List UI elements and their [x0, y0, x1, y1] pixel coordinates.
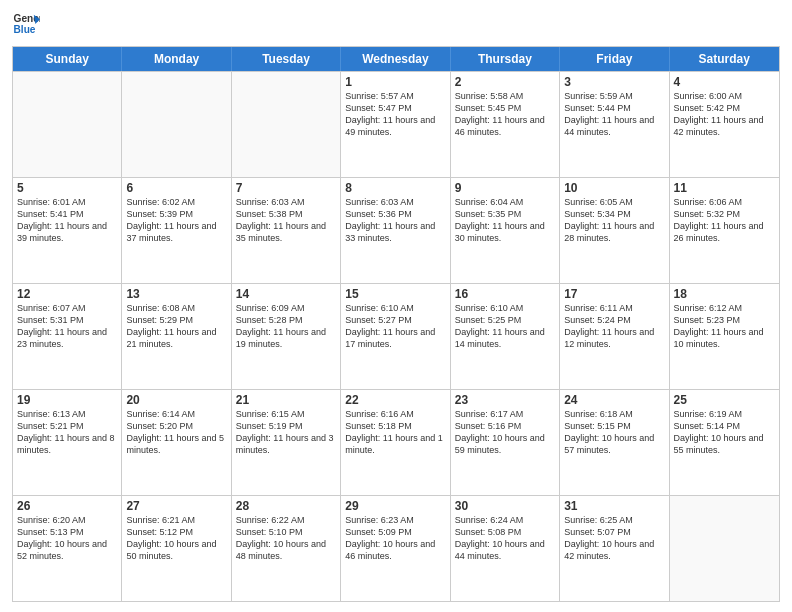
sunrise-label: Sunrise: 6:05 AM: [564, 197, 633, 207]
daylight-label: Daylight: 11 hours and 28 minutes.: [564, 221, 654, 243]
sunrise-label: Sunrise: 6:03 AM: [345, 197, 414, 207]
cell-info: Sunrise: 6:10 AM Sunset: 5:25 PM Dayligh…: [455, 302, 555, 351]
day-cell: 11 Sunrise: 6:06 AM Sunset: 5:32 PM Dayl…: [670, 178, 779, 283]
cell-info: Sunrise: 6:19 AM Sunset: 5:14 PM Dayligh…: [674, 408, 775, 457]
daylight-label: Daylight: 11 hours and 49 minutes.: [345, 115, 435, 137]
cell-info: Sunrise: 6:09 AM Sunset: 5:28 PM Dayligh…: [236, 302, 336, 351]
sunset-label: Sunset: 5:19 PM: [236, 421, 303, 431]
day-number: 11: [674, 181, 775, 195]
daylight-label: Daylight: 11 hours and 44 minutes.: [564, 115, 654, 137]
daylight-label: Daylight: 11 hours and 35 minutes.: [236, 221, 326, 243]
cell-info: Sunrise: 6:17 AM Sunset: 5:16 PM Dayligh…: [455, 408, 555, 457]
sunrise-label: Sunrise: 6:10 AM: [455, 303, 524, 313]
daylight-label: Daylight: 11 hours and 3 minutes.: [236, 433, 334, 455]
day-cell: 31 Sunrise: 6:25 AM Sunset: 5:07 PM Dayl…: [560, 496, 669, 601]
daylight-label: Daylight: 10 hours and 50 minutes.: [126, 539, 216, 561]
cell-info: Sunrise: 6:03 AM Sunset: 5:36 PM Dayligh…: [345, 196, 445, 245]
cell-info: Sunrise: 6:02 AM Sunset: 5:39 PM Dayligh…: [126, 196, 226, 245]
daylight-label: Daylight: 11 hours and 19 minutes.: [236, 327, 326, 349]
day-cell: 16 Sunrise: 6:10 AM Sunset: 5:25 PM Dayl…: [451, 284, 560, 389]
sunrise-label: Sunrise: 6:09 AM: [236, 303, 305, 313]
day-number: 28: [236, 499, 336, 513]
sunset-label: Sunset: 5:24 PM: [564, 315, 631, 325]
cell-info: Sunrise: 6:12 AM Sunset: 5:23 PM Dayligh…: [674, 302, 775, 351]
day-number: 3: [564, 75, 664, 89]
daylight-label: Daylight: 10 hours and 57 minutes.: [564, 433, 654, 455]
sunset-label: Sunset: 5:39 PM: [126, 209, 193, 219]
day-number: 29: [345, 499, 445, 513]
sunrise-label: Sunrise: 6:10 AM: [345, 303, 414, 313]
sunrise-label: Sunrise: 6:11 AM: [564, 303, 633, 313]
day-cell: 27 Sunrise: 6:21 AM Sunset: 5:12 PM Dayl…: [122, 496, 231, 601]
day-number: 12: [17, 287, 117, 301]
day-number: 14: [236, 287, 336, 301]
calendar-row: 1 Sunrise: 5:57 AM Sunset: 5:47 PM Dayli…: [13, 71, 779, 177]
sunset-label: Sunset: 5:41 PM: [17, 209, 84, 219]
sunrise-label: Sunrise: 6:14 AM: [126, 409, 195, 419]
daylight-label: Daylight: 11 hours and 33 minutes.: [345, 221, 435, 243]
day-number: 20: [126, 393, 226, 407]
day-cell: 2 Sunrise: 5:58 AM Sunset: 5:45 PM Dayli…: [451, 72, 560, 177]
day-cell: 9 Sunrise: 6:04 AM Sunset: 5:35 PM Dayli…: [451, 178, 560, 283]
page: General Blue SundayMondayTuesdayWednesda…: [0, 0, 792, 612]
calendar-row: 5 Sunrise: 6:01 AM Sunset: 5:41 PM Dayli…: [13, 177, 779, 283]
cell-info: Sunrise: 6:24 AM Sunset: 5:08 PM Dayligh…: [455, 514, 555, 563]
day-cell: 23 Sunrise: 6:17 AM Sunset: 5:16 PM Dayl…: [451, 390, 560, 495]
sunrise-label: Sunrise: 5:57 AM: [345, 91, 414, 101]
sunset-label: Sunset: 5:09 PM: [345, 527, 412, 537]
sunrise-label: Sunrise: 6:04 AM: [455, 197, 524, 207]
empty-cell: [122, 72, 231, 177]
sunset-label: Sunset: 5:31 PM: [17, 315, 84, 325]
sunset-label: Sunset: 5:44 PM: [564, 103, 631, 113]
sunset-label: Sunset: 5:15 PM: [564, 421, 631, 431]
sunrise-label: Sunrise: 6:12 AM: [674, 303, 743, 313]
sunset-label: Sunset: 5:12 PM: [126, 527, 193, 537]
sunrise-label: Sunrise: 5:58 AM: [455, 91, 524, 101]
cell-info: Sunrise: 6:04 AM Sunset: 5:35 PM Dayligh…: [455, 196, 555, 245]
day-cell: 3 Sunrise: 5:59 AM Sunset: 5:44 PM Dayli…: [560, 72, 669, 177]
calendar-row: 26 Sunrise: 6:20 AM Sunset: 5:13 PM Dayl…: [13, 495, 779, 601]
cell-info: Sunrise: 5:58 AM Sunset: 5:45 PM Dayligh…: [455, 90, 555, 139]
day-cell: 29 Sunrise: 6:23 AM Sunset: 5:09 PM Dayl…: [341, 496, 450, 601]
cell-info: Sunrise: 6:23 AM Sunset: 5:09 PM Dayligh…: [345, 514, 445, 563]
empty-cell: [13, 72, 122, 177]
daylight-label: Daylight: 11 hours and 14 minutes.: [455, 327, 545, 349]
day-number: 31: [564, 499, 664, 513]
sunset-label: Sunset: 5:13 PM: [17, 527, 84, 537]
day-cell: 13 Sunrise: 6:08 AM Sunset: 5:29 PM Dayl…: [122, 284, 231, 389]
daylight-label: Daylight: 11 hours and 12 minutes.: [564, 327, 654, 349]
sunset-label: Sunset: 5:29 PM: [126, 315, 193, 325]
day-cell: 5 Sunrise: 6:01 AM Sunset: 5:41 PM Dayli…: [13, 178, 122, 283]
cell-info: Sunrise: 6:01 AM Sunset: 5:41 PM Dayligh…: [17, 196, 117, 245]
logo: General Blue: [12, 10, 44, 38]
cell-info: Sunrise: 6:14 AM Sunset: 5:20 PM Dayligh…: [126, 408, 226, 457]
sunrise-label: Sunrise: 6:24 AM: [455, 515, 524, 525]
cell-info: Sunrise: 6:11 AM Sunset: 5:24 PM Dayligh…: [564, 302, 664, 351]
daylight-label: Daylight: 10 hours and 46 minutes.: [345, 539, 435, 561]
day-number: 9: [455, 181, 555, 195]
sunset-label: Sunset: 5:20 PM: [126, 421, 193, 431]
sunrise-label: Sunrise: 6:08 AM: [126, 303, 195, 313]
cell-info: Sunrise: 6:13 AM Sunset: 5:21 PM Dayligh…: [17, 408, 117, 457]
weekday-header: Thursday: [451, 47, 560, 71]
sunset-label: Sunset: 5:35 PM: [455, 209, 522, 219]
daylight-label: Daylight: 11 hours and 42 minutes.: [674, 115, 764, 137]
day-cell: 15 Sunrise: 6:10 AM Sunset: 5:27 PM Dayl…: [341, 284, 450, 389]
daylight-label: Daylight: 10 hours and 52 minutes.: [17, 539, 107, 561]
daylight-label: Daylight: 11 hours and 30 minutes.: [455, 221, 545, 243]
sunrise-label: Sunrise: 6:19 AM: [674, 409, 743, 419]
sunset-label: Sunset: 5:47 PM: [345, 103, 412, 113]
sunset-label: Sunset: 5:18 PM: [345, 421, 412, 431]
day-cell: 22 Sunrise: 6:16 AM Sunset: 5:18 PM Dayl…: [341, 390, 450, 495]
sunset-label: Sunset: 5:36 PM: [345, 209, 412, 219]
cell-info: Sunrise: 5:57 AM Sunset: 5:47 PM Dayligh…: [345, 90, 445, 139]
sunrise-label: Sunrise: 6:13 AM: [17, 409, 86, 419]
sunrise-label: Sunrise: 6:20 AM: [17, 515, 86, 525]
day-cell: 28 Sunrise: 6:22 AM Sunset: 5:10 PM Dayl…: [232, 496, 341, 601]
cell-info: Sunrise: 6:07 AM Sunset: 5:31 PM Dayligh…: [17, 302, 117, 351]
day-number: 13: [126, 287, 226, 301]
day-number: 19: [17, 393, 117, 407]
cell-info: Sunrise: 6:21 AM Sunset: 5:12 PM Dayligh…: [126, 514, 226, 563]
sunset-label: Sunset: 5:08 PM: [455, 527, 522, 537]
day-cell: 4 Sunrise: 6:00 AM Sunset: 5:42 PM Dayli…: [670, 72, 779, 177]
